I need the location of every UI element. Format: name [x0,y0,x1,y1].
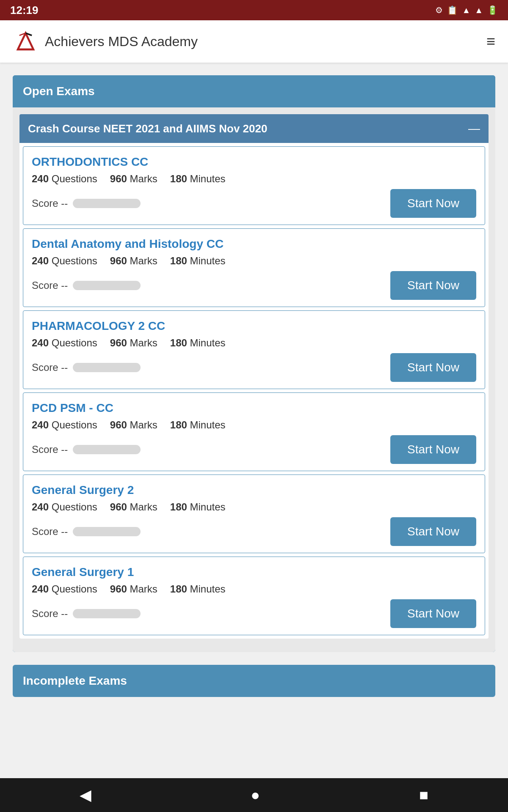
exam-meta-2: 240 Questions 960 Marks 180 Minutes [32,255,476,267]
exam-score-2: Score -- [32,280,141,291]
exam-title-2: Dental Anatomy and Histology CC [32,237,476,251]
exam-title-5: General Surgery 2 [32,483,476,497]
open-exams-header: Open Exams [13,75,495,107]
exam-title-3: PHARMACOLOGY 2 CC [32,319,476,333]
start-now-button-3[interactable]: Start Now [390,353,476,382]
score-label: Score -- [32,280,68,291]
exam-meta-5: 240 Questions 960 Marks 180 Minutes [32,501,476,513]
exam-bottom-2: Score -- Start Now [32,271,476,300]
exam-card-4: PCD PSM - CC 240 Questions 960 Marks 180… [23,392,485,471]
score-label: Score -- [32,362,68,373]
course-group-body: ORTHODONTICS CC 240 Questions 960 Marks … [19,143,489,639]
start-now-button-1[interactable]: Start Now [390,189,476,218]
exam-meta-4: 240 Questions 960 Marks 180 Minutes [32,419,476,431]
score-bar-3 [73,363,141,372]
exam-card-2: Dental Anatomy and Histology CC 240 Ques… [23,228,485,307]
home-button[interactable]: ● [251,786,260,804]
course-group-header[interactable]: Crash Course NEET 2021 and AIIMS Nov 202… [19,114,489,143]
score-label: Score -- [32,444,68,455]
start-now-button-2[interactable]: Start Now [390,271,476,300]
score-label: Score -- [32,526,68,538]
exam-card-5: General Surgery 2 240 Questions 960 Mark… [23,475,485,553]
exam-bottom-6: Score -- Start Now [32,599,476,628]
exam-bottom-3: Score -- Start Now [32,353,476,382]
hamburger-menu[interactable]: ≡ [486,34,495,49]
app-title: Achievers MDS Academy [45,34,198,49]
open-exams-body: Crash Course NEET 2021 and AIIMS Nov 202… [13,107,495,652]
app-logo [13,29,38,54]
exam-score-4: Score -- [32,444,141,455]
exam-card-1: ORTHODONTICS CC 240 Questions 960 Marks … [23,146,485,225]
start-now-button-6[interactable]: Start Now [390,599,476,628]
status-icons: ⚙ 📋 ▲ ▲ 🔋 [435,5,498,15]
wifi-icon: ▲ [462,5,470,15]
score-bar-1 [73,199,141,208]
score-label: Score -- [32,608,68,620]
exam-score-3: Score -- [32,362,141,373]
exam-bottom-5: Score -- Start Now [32,517,476,546]
score-bar-4 [73,445,141,454]
open-exams-title: Open Exams [23,85,95,98]
exam-meta-3: 240 Questions 960 Marks 180 Minutes [32,337,476,349]
score-label: Score -- [32,198,68,209]
start-now-button-4[interactable]: Start Now [390,435,476,464]
incomplete-exams-section: Incomplete Exams [13,665,495,697]
battery-icon: 🔋 [487,5,498,15]
main-content: Open Exams Crash Course NEET 2021 and AI… [0,63,508,778]
exam-score-6: Score -- [32,608,141,620]
collapse-icon: — [468,122,480,135]
score-bar-6 [73,609,141,618]
bottom-nav: ◀ ● ■ [0,778,508,812]
exam-bottom-1: Score -- Start Now [32,189,476,218]
incomplete-exams-header: Incomplete Exams [13,665,495,697]
exam-score-1: Score -- [32,198,141,209]
recent-button[interactable]: ■ [419,786,428,804]
settings-icon: ⚙ [435,5,443,15]
exam-title-1: ORTHODONTICS CC [32,155,476,169]
clipboard-icon: 📋 [447,5,458,15]
open-exams-section: Open Exams Crash Course NEET 2021 and AI… [13,75,495,652]
status-bar: 12:19 ⚙ 📋 ▲ ▲ 🔋 [0,0,508,20]
status-time: 12:19 [10,4,39,17]
course-group-title: Crash Course NEET 2021 and AIIMS Nov 202… [28,122,267,135]
exam-card-3: PHARMACOLOGY 2 CC 240 Questions 960 Mark… [23,310,485,389]
score-bar-2 [73,281,141,290]
exam-meta-6: 240 Questions 960 Marks 180 Minutes [32,583,476,595]
incomplete-exams-title: Incomplete Exams [23,674,127,687]
start-now-button-5[interactable]: Start Now [390,517,476,546]
exam-meta-1: 240 Questions 960 Marks 180 Minutes [32,173,476,185]
top-nav: Achievers MDS Academy ≡ [0,20,508,63]
exam-title-6: General Surgery 1 [32,565,476,579]
exam-title-4: PCD PSM - CC [32,401,476,415]
signal-icon: ▲ [475,5,483,15]
logo-area: Achievers MDS Academy [13,29,198,54]
score-bar-5 [73,527,141,536]
exam-bottom-4: Score -- Start Now [32,435,476,464]
course-group: Crash Course NEET 2021 and AIIMS Nov 202… [19,114,489,639]
exam-card-6: General Surgery 1 240 Questions 960 Mark… [23,557,485,635]
exam-score-5: Score -- [32,526,141,538]
back-button[interactable]: ◀ [80,786,91,804]
